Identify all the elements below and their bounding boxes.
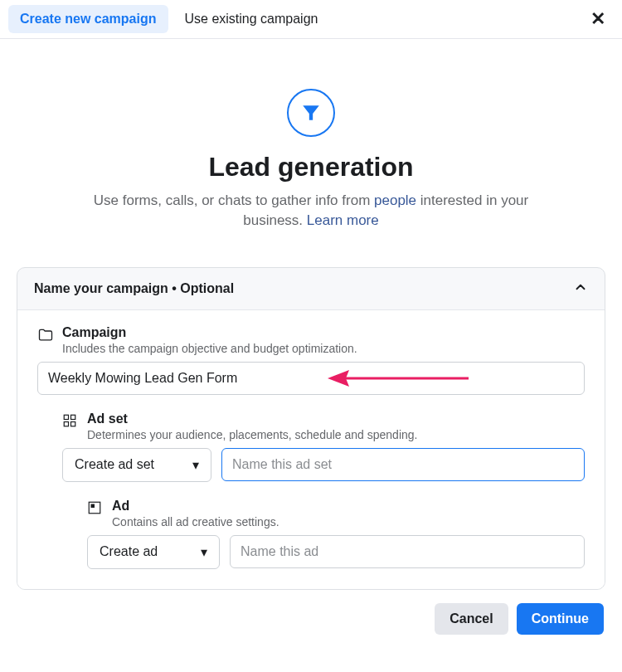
continue-button[interactable]: Continue xyxy=(517,603,604,635)
cancel-button[interactable]: Cancel xyxy=(435,603,508,635)
svg-rect-5 xyxy=(71,421,75,426)
panel-header[interactable]: Name your campaign • Optional xyxy=(17,268,605,309)
adset-desc: Determines your audience, placements, sc… xyxy=(87,428,417,441)
close-icon[interactable]: ✕ xyxy=(582,5,614,33)
adset-field-group: Ad set Determines your audience, placeme… xyxy=(62,411,585,482)
learn-more-link[interactable]: Learn more xyxy=(307,212,379,228)
caret-down-icon: ▾ xyxy=(201,544,207,560)
grid-icon xyxy=(62,413,79,430)
panel-body: Campaign Includes the campaign objective… xyxy=(17,309,605,589)
dialog-header: Create new campaign Use existing campaig… xyxy=(0,0,622,39)
hero-description: Use forms, calls, or chats to gather inf… xyxy=(79,191,543,231)
tab-create-new-campaign[interactable]: Create new campaign xyxy=(8,5,168,33)
dialog-footer: Cancel Continue xyxy=(0,590,622,648)
adset-dropdown[interactable]: Create ad set ▾ xyxy=(62,448,211,482)
campaign-field-group: Campaign Includes the campaign objective… xyxy=(37,325,585,395)
campaign-name-input[interactable] xyxy=(37,362,585,395)
adset-label: Ad set xyxy=(87,411,417,426)
svg-rect-3 xyxy=(71,415,75,419)
campaign-desc: Includes the campaign objective and budg… xyxy=(62,342,357,355)
svg-rect-2 xyxy=(64,415,68,419)
caret-down-icon: ▾ xyxy=(192,457,199,473)
svg-rect-4 xyxy=(64,421,68,426)
ad-dropdown[interactable]: Create ad ▾ xyxy=(87,535,220,569)
panel-title: Name your campaign • Optional xyxy=(34,281,234,296)
ad-field-group: Ad Contains all ad creative settings. Cr… xyxy=(87,499,585,569)
chevron-up-icon xyxy=(573,280,588,298)
adset-dropdown-label: Create ad set xyxy=(75,457,154,472)
hero-desc-text1: Use forms, calls, or chats to gather inf… xyxy=(94,192,374,208)
campaign-label: Campaign xyxy=(62,325,357,340)
hero-title: Lead generation xyxy=(25,152,597,183)
funnel-icon xyxy=(287,89,335,137)
people-link[interactable]: people xyxy=(374,192,416,208)
ad-icon xyxy=(87,500,104,517)
ad-desc: Contains all ad creative settings. xyxy=(112,515,279,528)
hero-section: Lead generation Use forms, calls, or cha… xyxy=(0,39,622,256)
ad-label: Ad xyxy=(112,499,279,514)
tab-use-existing-campaign[interactable]: Use existing campaign xyxy=(185,5,318,33)
header-tabs: Create new campaign Use existing campaig… xyxy=(8,5,318,33)
folder-icon xyxy=(37,327,54,343)
svg-rect-7 xyxy=(91,504,95,508)
name-campaign-panel: Name your campaign • Optional Campaign I… xyxy=(17,267,605,590)
ad-name-input[interactable] xyxy=(230,535,585,568)
ad-dropdown-label: Create ad xyxy=(100,544,158,559)
adset-name-input[interactable] xyxy=(221,448,585,481)
